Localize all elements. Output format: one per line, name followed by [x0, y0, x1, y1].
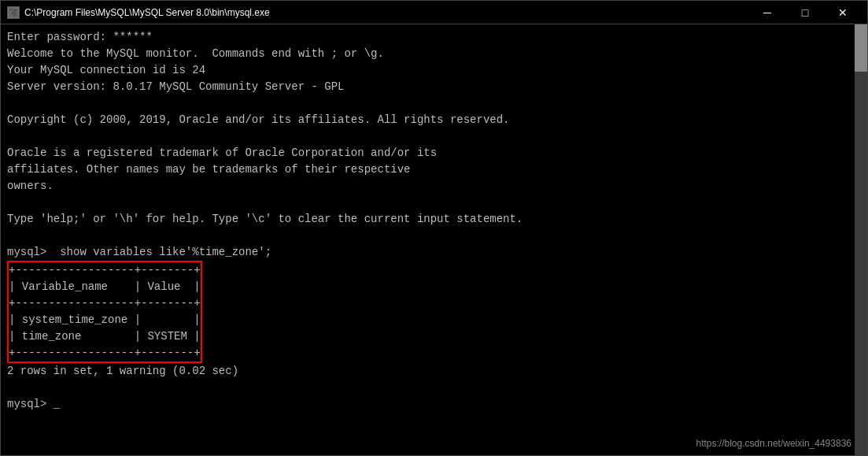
terminal-result: 2 rows in set, 1 warning (0.02 sec) [7, 363, 861, 380]
title-bar: C: C:\Program Files\MySQL\MySQL Server 8… [0, 0, 868, 24]
table-row-1: | system_time_zone | | [9, 312, 201, 328]
close-button[interactable]: ✕ [825, 1, 861, 24]
table-row-2: | time_zone | SYSTEM | [9, 328, 201, 345]
terminal-line-4: Server version: 8.0.17 MySQL Community S… [7, 79, 861, 95]
table-separator-bot: +------------------+--------+ [9, 345, 201, 361]
terminal-line-8: Oracle is a registered trademark of Orac… [7, 145, 861, 161]
terminal-line-2: Welcome to the MySQL monitor. Commands e… [7, 46, 861, 62]
window-controls: ─ □ ✕ [749, 1, 861, 24]
svg-text:C:: C: [9, 9, 18, 17]
terminal-line-1: Enter password: ****** [7, 29, 861, 46]
terminal-line-9: affiliates. Other names may be trademark… [7, 161, 861, 178]
maximize-button[interactable]: □ [787, 1, 823, 24]
terminal-query: mysql> show variables like'%time_zone'; [7, 244, 861, 261]
window-title: C:\Program Files\MySQL\MySQL Server 8.0\… [24, 7, 270, 18]
table-separator-top: +------------------+--------+ [9, 262, 201, 279]
scrollbar[interactable] [855, 24, 867, 456]
scrollbar-thumb[interactable] [855, 24, 867, 72]
minimize-button[interactable]: ─ [749, 1, 785, 24]
app-icon: C: [7, 6, 20, 19]
terminal-line-6: Copyright (c) 2000, 2019, Oracle and/or … [7, 112, 861, 128]
terminal-line-7 [7, 128, 861, 145]
table-header: | Variable_name | Value | [9, 279, 201, 295]
terminal-prompt: mysql> _ [7, 396, 861, 413]
terminal-line-blank [7, 380, 861, 396]
terminal-line-13 [7, 228, 861, 244]
terminal-line-10: owners. [7, 178, 861, 195]
terminal-line-12: Type 'help;' or '\h' for help. Type '\c'… [7, 211, 861, 228]
terminal-line-11 [7, 195, 861, 211]
table-container: +------------------+--------+ | Variable… [7, 261, 202, 363]
table-separator-mid: +------------------+--------+ [9, 295, 201, 312]
watermark: https://blog.csdn.net/weixin_4493836 [696, 438, 851, 449]
title-bar-left: C: C:\Program Files\MySQL\MySQL Server 8… [7, 6, 270, 19]
terminal-line-3: Your MySQL connection id is 24 [7, 62, 861, 79]
terminal-line-5 [7, 95, 861, 112]
terminal-window: Enter password: ****** Welcome to the My… [0, 24, 868, 456]
table-highlight-box: +------------------+--------+ | Variable… [7, 261, 202, 363]
